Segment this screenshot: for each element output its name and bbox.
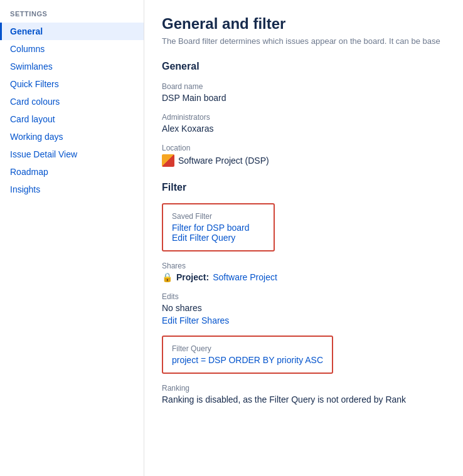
administrators-label: Administrators — [162, 113, 445, 122]
sidebar-item-quick-filters[interactable]: Quick Filters — [0, 75, 144, 93]
administrators-group: Administrators Alex Koxaras — [162, 113, 445, 134]
filter-section-title: Filter — [162, 182, 445, 193]
sidebar-item-card-layout[interactable]: Card layout — [0, 110, 144, 128]
filter-section: Filter Saved Filter Filter for DSP board… — [162, 182, 445, 405]
project-icon-inner — [162, 154, 174, 167]
sidebar-item-roadmap[interactable]: Roadmap — [0, 163, 144, 181]
location-label: Location — [162, 144, 445, 152]
filter-query-box: Filter Query project = DSP ORDER BY prio… — [162, 336, 333, 374]
filter-query-value: project = DSP ORDER BY priority ASC — [172, 355, 323, 365]
sidebar: SETTINGS General Columns Swimlanes Quick… — [0, 0, 144, 476]
sidebar-item-issue-detail-view[interactable]: Issue Detail View — [0, 145, 144, 163]
saved-filter-value[interactable]: Filter for DSP board — [172, 223, 265, 233]
sidebar-item-general[interactable]: General — [0, 23, 144, 40]
saved-filter-label: Saved Filter — [172, 212, 265, 221]
edit-filter-query-link[interactable]: Edit Filter Query — [172, 233, 265, 243]
shares-label: Shares — [162, 262, 445, 270]
project-icon — [162, 154, 174, 167]
sidebar-item-columns[interactable]: Columns — [0, 40, 144, 58]
settings-heading: SETTINGS — [0, 10, 144, 23]
location-value: Software Project (DSP) — [178, 156, 269, 166]
general-section-title: General — [162, 61, 445, 72]
board-name-value: DSP Main board — [162, 93, 445, 103]
ranking-group: Ranking Ranking is disabled, as the Filt… — [162, 384, 445, 405]
sidebar-item-swimlanes[interactable]: Swimlanes — [0, 58, 144, 75]
main-content: General and filter The Board filter dete… — [144, 0, 463, 476]
board-name-label: Board name — [162, 82, 445, 91]
ranking-value: Ranking is disabled, as the Filter Query… — [162, 394, 445, 405]
administrators-value: Alex Koxaras — [162, 124, 445, 134]
edits-group: Edits No shares Edit Filter Shares — [162, 292, 445, 325]
shares-bold-text: Project: — [176, 272, 209, 282]
filter-query-label: Filter Query — [172, 344, 323, 353]
page-description: The Board filter determines which issues… — [162, 36, 445, 46]
board-name-group: Board name DSP Main board — [162, 82, 445, 103]
general-section: General Board name DSP Main board Admini… — [162, 61, 445, 167]
sidebar-item-insights[interactable]: Insights — [0, 181, 144, 198]
edit-filter-shares-link[interactable]: Edit Filter Shares — [162, 315, 445, 325]
saved-filter-box: Saved Filter Filter for DSP board Edit F… — [162, 203, 275, 251]
shares-group: Shares 🔒 Project: Software Project — [162, 262, 445, 282]
ranking-label: Ranking — [162, 384, 445, 393]
sidebar-item-card-colours[interactable]: Card colours — [0, 93, 144, 110]
edits-label: Edits — [162, 292, 445, 301]
location-row: Software Project (DSP) — [162, 154, 445, 167]
lock-icon: 🔒 — [162, 272, 173, 282]
shares-row: 🔒 Project: Software Project — [162, 272, 445, 282]
edits-value: No shares — [162, 303, 445, 313]
location-group: Location Software Project (DSP) — [162, 144, 445, 167]
page-title: General and filter — [162, 15, 445, 33]
shares-value-text: Software Project — [213, 272, 277, 282]
sidebar-item-working-days[interactable]: Working days — [0, 128, 144, 145]
